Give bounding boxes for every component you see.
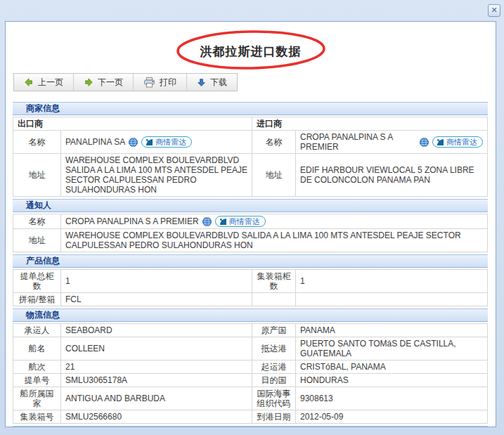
- field-label: 承运人: [13, 324, 61, 337]
- radar-badge[interactable]: 商情雷达: [141, 136, 192, 148]
- exporter-name-cell: PANALPINA SA: [61, 131, 252, 154]
- field-value: FCL: [61, 293, 252, 306]
- importer-address-value: EDIF HARBOUR VIEWLOCAL 5 ZONA LIBRE DE C…: [296, 154, 488, 197]
- importer-name-cell: CROPA PANALPINA S A PREMIER: [296, 131, 488, 154]
- arrow-right-icon: [84, 77, 93, 87]
- table-row: 船所属国家 ANTIGUA AND BARBUDA 国际海事组织代码 93086…: [13, 387, 488, 410]
- field-label: [252, 293, 296, 306]
- field-value: 2012-05-09: [296, 410, 488, 424]
- globe-icon[interactable]: [129, 138, 138, 147]
- print-button[interactable]: 打印: [134, 74, 187, 91]
- download-label: 下载: [210, 77, 227, 89]
- exporter-name-label: 名称: [13, 131, 61, 154]
- description-section-header: 描述: [13, 426, 488, 427]
- field-value: SMLU2566680: [61, 410, 252, 424]
- field-label: 提单号: [13, 374, 61, 387]
- table-row: 航次 21 起运港 CRISTóBAL, PANAMA: [13, 361, 488, 374]
- notify-table: 名称 CROPA PANALPINA S A PREMIER: [13, 214, 488, 252]
- prev-page-button[interactable]: 上一页: [14, 74, 74, 91]
- logistics-section: 物流信息 承运人 SEABOARD 原产国 PANAMA 船名 COLLEEN …: [13, 309, 488, 424]
- merchant-section-header: 商家信息: [13, 102, 488, 115]
- field-label: 抵达港: [252, 337, 296, 361]
- notify-section-header: 通知人: [13, 199, 488, 212]
- field-label: 到港日期: [252, 410, 296, 424]
- field-label: 集装箱柜数: [252, 270, 296, 293]
- field-label: 航次: [13, 361, 61, 374]
- field-value: HONDURAS: [296, 374, 488, 387]
- globe-icon[interactable]: [420, 138, 429, 147]
- table-row: 提单总柜数 1 集装箱柜数 1: [13, 270, 488, 293]
- toolbar: 上一页 下一页 打印 下载: [13, 73, 238, 91]
- notify-name-cell: CROPA PANALPINA S A PREMIER: [61, 214, 488, 229]
- download-button[interactable]: 下载: [187, 74, 237, 91]
- logistics-table: 承运人 SEABOARD 原产国 PANAMA 船名 COLLEEN 抵达港 P…: [13, 323, 488, 424]
- field-label: 船名: [13, 337, 61, 361]
- merchant-section: 商家信息 出口商 进口商 名称 PANALPINA SA: [13, 102, 488, 197]
- dialog-window: ✕ 洪都拉斯进口数据 上一页 下一页: [0, 0, 504, 435]
- radar-badge[interactable]: 商情雷达: [432, 136, 483, 148]
- notify-address-value: WAREHOUSE COMPLEX BOULEVARDBLVD SALIDA A…: [61, 229, 488, 252]
- field-value: 1: [61, 270, 252, 293]
- radar-dish-icon: [219, 218, 227, 226]
- page-title: 洪都拉斯进口数据: [6, 44, 496, 60]
- field-value: [296, 293, 488, 306]
- field-label: 船所属国家: [13, 387, 61, 410]
- logistics-section-header: 物流信息: [13, 309, 488, 322]
- dialog-titlebar: ✕: [0, 0, 504, 21]
- field-label: 拼箱/整箱: [13, 293, 61, 306]
- field-label: 原产国: [252, 324, 296, 337]
- field-label: 提单总柜数: [13, 270, 61, 293]
- radar-dish-icon: [146, 138, 153, 146]
- field-label: 国际海事组织代码: [252, 387, 296, 410]
- prev-page-label: 上一页: [38, 77, 63, 89]
- product-table: 提单总柜数 1 集装箱柜数 1 拼箱/整箱 FCL: [13, 269, 488, 306]
- product-section: 产品信息 提单总柜数 1 集装箱柜数 1 拼箱/整箱 FCL: [13, 254, 488, 306]
- next-page-label: 下一页: [98, 77, 123, 89]
- field-value: CRISTóBAL, PANAMA: [296, 361, 488, 374]
- importer-name-value: CROPA PANALPINA S A PREMIER: [300, 132, 416, 152]
- importer-header: 进口商: [252, 117, 488, 131]
- importer-address-label: 地址: [252, 154, 296, 197]
- field-label: 起运港: [252, 361, 296, 374]
- field-value: 9308613: [296, 387, 488, 410]
- table-row: 承运人 SEABOARD 原产国 PANAMA: [13, 324, 488, 337]
- notify-section: 通知人 名称 CROPA PANALPINA S A PREMIER: [13, 199, 488, 252]
- product-section-header: 产品信息: [13, 254, 488, 268]
- notify-name-label: 名称: [13, 214, 61, 229]
- merchant-table: 出口商 进口商 名称 PANALPINA SA: [13, 117, 488, 197]
- table-row: 集装箱号 SMLU2566680 到港日期 2012-05-09: [13, 410, 488, 424]
- field-value: 21: [61, 361, 252, 374]
- title-area: 洪都拉斯进口数据: [6, 22, 496, 71]
- download-arrow-icon: [197, 78, 206, 87]
- arrow-left-icon: [24, 77, 34, 87]
- radar-badge-label: 商情雷达: [155, 137, 186, 147]
- field-value: SMLU3065178A: [61, 374, 252, 387]
- exporter-header: 出口商: [13, 117, 252, 131]
- field-value: PUERTO SANTO TOMáS DE CASTILLA, GUATEMAL…: [296, 337, 488, 361]
- notify-address-label: 地址: [13, 229, 61, 252]
- field-label: 目的国: [252, 374, 296, 387]
- exporter-address-label: 地址: [13, 154, 61, 197]
- field-value: PANAMA: [296, 324, 488, 337]
- detail-content: 商家信息 出口商 进口商 名称 PANALPINA SA: [6, 91, 496, 427]
- printer-icon: [143, 77, 155, 88]
- table-row: 拼箱/整箱 FCL: [13, 293, 488, 306]
- field-label: 集装箱号: [13, 410, 61, 424]
- radar-badge[interactable]: 商情雷达: [215, 216, 266, 227]
- field-value: SEABOARD: [61, 324, 252, 337]
- table-row: 提单号 SMLU3065178A 目的国 HONDURAS: [13, 374, 488, 387]
- exporter-address-value: WAREHOUSE COMPLEX BOULEVARDBLVD SALIDA A…: [61, 154, 252, 197]
- next-page-button[interactable]: 下一页: [74, 74, 134, 91]
- description-section: 描述 产品描述 BULTOSCONTROL DE LUZ LED CALZADO…: [13, 426, 488, 427]
- radar-badge-label: 商情雷达: [229, 216, 260, 226]
- field-value: COLLEEN: [61, 337, 252, 361]
- radar-dish-icon: [437, 138, 444, 146]
- globe-icon[interactable]: [202, 217, 212, 226]
- field-value: 1: [296, 270, 488, 293]
- close-icon[interactable]: ✕: [488, 4, 500, 17]
- importer-name-label: 名称: [252, 131, 296, 154]
- notify-name-value: CROPA PANALPINA S A PREMIER: [65, 216, 199, 226]
- radar-badge-label: 商情雷达: [446, 137, 477, 147]
- exporter-name-value: PANALPINA SA: [65, 137, 125, 147]
- dialog-panel: 洪都拉斯进口数据 上一页 下一页: [5, 21, 496, 427]
